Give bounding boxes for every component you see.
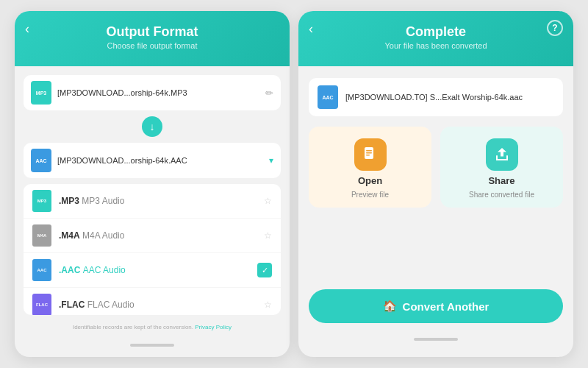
format-icon-flac: FLAC [32,294,51,315]
right-subtitle: Your file has been converted [310,41,562,50]
output-file-name: [MP3DOWNLOAD...orship-64k.AAC [57,156,263,165]
share-action-subtitle: Share converted file [469,191,534,199]
left-header: ‹ Output Format Choose file output forma… [15,11,290,66]
open-action-subtitle: Preview file [351,191,389,199]
dropdown-arrow-icon: ▾ [269,155,273,166]
help-button[interactable]: ? [547,20,563,36]
action-card-share[interactable]: Share Share converted file [440,127,563,208]
left-panel: ‹ Output Format Choose file output forma… [15,11,290,357]
home-bar-right [414,338,458,341]
right-header: ‹ ? Complete Your file has been converte… [298,11,573,66]
arrow-circle: ↓ [142,116,162,137]
home-indicator-left [24,339,281,351]
svg-rect-1 [366,150,372,152]
share-action-title: Share [488,175,514,186]
svg-rect-3 [366,155,370,156]
open-action-title: Open [358,175,382,186]
right-title: Complete [310,24,562,40]
action-row: Open Preview file Share Share converted … [309,127,563,208]
check-icon-aac: ✓ [257,263,272,277]
privacy-link[interactable]: Privacy Policy [195,324,232,330]
format-item-mp3[interactable]: MP3 .MP3 MP3 Audio ☆ [24,184,281,219]
format-label-m4a: .M4A M4A Audio [59,230,257,241]
convert-arrow: ↓ [24,116,281,137]
home-bar-left [130,344,174,347]
home-icon: 🏠 [383,300,397,313]
action-card-open[interactable]: Open Preview file [309,127,431,208]
input-file-row: MP3 [MP3DOWNLOAD...orship-64k.MP3 ✏ [24,75,281,110]
format-item-aac[interactable]: AAC .AAC AAC Audio ✓ [24,253,281,288]
format-icon-aac: AAC [32,259,51,281]
home-indicator-right [309,333,563,345]
star-icon-mp3[interactable]: ☆ [264,196,272,206]
format-icon-mp3: MP3 [32,190,51,212]
svg-rect-2 [366,152,372,154]
convert-another-label: Convert Another [403,300,490,313]
share-action-icon [486,138,518,171]
output-file-icon: AAC [31,149,51,172]
output-file-row[interactable]: AAC [MP3DOWNLOAD...orship-64k.AAC ▾ [24,143,281,178]
right-body: AAC [MP3DOWNLOAD.TO] S...Exalt Worship-6… [298,66,573,357]
input-file-name: [MP3DOWNLOAD...orship-64k.MP3 [57,88,259,97]
convert-another-button[interactable]: 🏠 Convert Another [309,289,563,323]
format-label-aac: .AAC AAC Audio [59,265,250,275]
format-icon-m4a: M4A [32,224,51,247]
format-list: MP3 .MP3 MP3 Audio ☆ M4A .M4A M4A Audio … [24,184,281,315]
converted-file-name: [MP3DOWNLOAD.TO] S...Exalt Worship-64k.a… [345,93,554,102]
star-icon-m4a[interactable]: ☆ [264,230,272,241]
format-item-flac[interactable]: FLAC .FLAC FLAC Audio ☆ [24,288,281,315]
format-item-m4a[interactable]: M4A .M4A M4A Audio ☆ [24,219,281,253]
format-label-flac: .FLAC FLAC Audio [59,300,257,310]
left-subtitle: Choose file output format [26,41,278,50]
left-title: Output Format [26,24,278,40]
privacy-note: Identifiable records are kept of the con… [24,321,281,333]
left-body: MP3 [MP3DOWNLOAD...orship-64k.MP3 ✏ ↓ AA… [15,66,290,357]
left-back-button[interactable]: ‹ [25,21,29,37]
format-label-mp3: .MP3 MP3 Audio [59,196,257,206]
converted-file-row: AAC [MP3DOWNLOAD.TO] S...Exalt Worship-6… [309,78,563,116]
converted-file-icon: AAC [318,85,338,109]
edit-icon[interactable]: ✏ [265,88,273,99]
input-file-icon: MP3 [31,81,51,105]
right-back-button[interactable]: ‹ [309,21,313,37]
right-panel: ‹ ? Complete Your file has been converte… [298,11,573,357]
open-action-icon [354,138,387,171]
star-icon-flac[interactable]: ☆ [264,300,272,310]
